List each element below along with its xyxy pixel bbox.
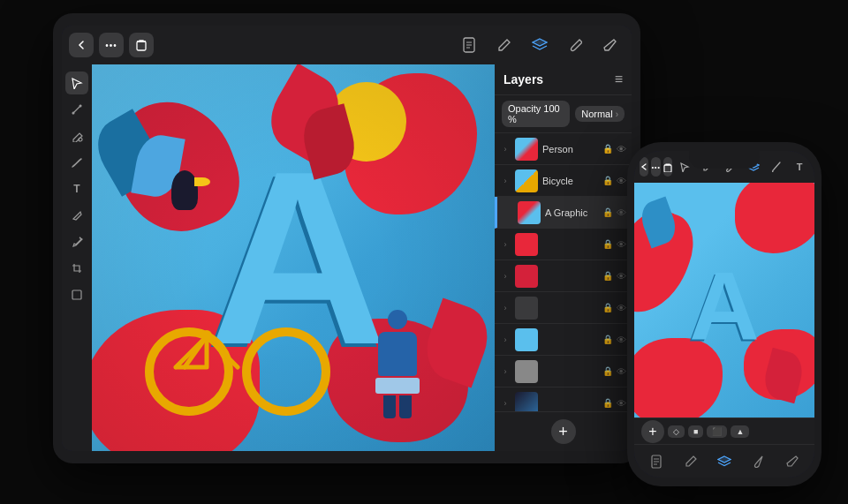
pen-tool[interactable] bbox=[65, 204, 88, 227]
iphone-bottom-eraser-icon[interactable] bbox=[781, 450, 804, 473]
art-leg-left bbox=[383, 395, 396, 418]
layers-panel-header: Layers ≡ bbox=[495, 64, 632, 95]
layer-lock-icon: 🔒 bbox=[602, 303, 613, 312]
ipad-topbar-right bbox=[455, 31, 625, 59]
left-toolbar: T bbox=[62, 64, 92, 451]
layer-item[interactable]: › 🔒 👁 bbox=[495, 292, 632, 324]
iphone-artwork-background: A bbox=[634, 183, 814, 417]
document-icon[interactable] bbox=[455, 31, 483, 59]
layer-item[interactable]: › Person 🔒 👁 bbox=[495, 133, 632, 165]
layer-item[interactable]: › 🔒 👁 bbox=[495, 260, 632, 292]
layer-thumb bbox=[515, 360, 538, 383]
art-person-laptop bbox=[375, 378, 420, 394]
svg-point-2 bbox=[80, 105, 82, 108]
add-layer-button[interactable]: + bbox=[551, 419, 576, 444]
layer-visible-icon[interactable]: 👁 bbox=[617, 303, 626, 313]
iphone-menu-button[interactable]: ••• bbox=[651, 157, 660, 177]
iphone-back-button[interactable] bbox=[640, 157, 648, 177]
layer-visible-icon[interactable]: 👁 bbox=[617, 176, 626, 186]
iphone-trash-button[interactable] bbox=[663, 157, 672, 177]
layer-expand-icon[interactable]: › bbox=[500, 398, 511, 409]
svg-rect-7 bbox=[664, 165, 671, 172]
layer-item[interactable]: › 🔒 👁 bbox=[495, 324, 632, 356]
eraser-icon[interactable] bbox=[596, 31, 625, 59]
layer-visible-icon[interactable]: 👁 bbox=[617, 366, 626, 377]
layer-visible-icon[interactable]: 👁 bbox=[617, 207, 626, 218]
layer-thumb bbox=[515, 233, 538, 256]
eyedropper-tool[interactable] bbox=[65, 230, 88, 253]
iphone-add-button[interactable]: + bbox=[641, 420, 664, 443]
menu-button[interactable]: ••• bbox=[99, 33, 124, 57]
text-tool[interactable]: T bbox=[65, 177, 88, 200]
layer-expand-icon[interactable] bbox=[503, 207, 513, 218]
layer-visible-icon[interactable]: 👁 bbox=[617, 239, 626, 250]
back-button[interactable] bbox=[69, 33, 94, 57]
layer-item[interactable]: › 🔒 👁 bbox=[495, 229, 632, 260]
transform-tool[interactable] bbox=[65, 98, 88, 121]
layer-item-active[interactable]: A Graphic 🔒 👁 bbox=[495, 197, 632, 229]
iphone-diamond-icon[interactable]: ◇ bbox=[668, 425, 685, 438]
layer-item[interactable]: › 🔒 👁 bbox=[495, 387, 632, 411]
layer-thumb bbox=[515, 138, 538, 161]
art-person bbox=[371, 310, 424, 398]
crop-tool[interactable] bbox=[65, 257, 88, 280]
layer-expand-icon[interactable]: › bbox=[500, 144, 511, 154]
artwork-canvas[interactable]: A bbox=[92, 64, 495, 451]
iphone-text-icon[interactable]: T bbox=[790, 157, 809, 177]
layer-lock-icon: 🔒 bbox=[602, 239, 613, 249]
layers-icon[interactable] bbox=[526, 31, 554, 59]
iphone-triangle-icon[interactable]: ▲ bbox=[731, 425, 749, 438]
layer-thumb bbox=[515, 328, 538, 351]
layer-thumb bbox=[518, 201, 541, 224]
iphone-canvas[interactable]: A bbox=[634, 183, 814, 417]
layer-expand-icon[interactable]: › bbox=[500, 303, 511, 313]
iphone-blacksq-icon[interactable]: ⬛ bbox=[707, 425, 727, 438]
layer-name: A Graphic bbox=[545, 207, 602, 218]
layer-lock-icon: 🔒 bbox=[602, 176, 613, 185]
svg-rect-0 bbox=[137, 41, 146, 50]
opacity-badge[interactable]: Opacity 100 % bbox=[502, 101, 570, 127]
layers-panel: Layers ≡ Opacity 100 % Normal › › bbox=[495, 64, 632, 451]
iphone-bottom-layers-icon[interactable] bbox=[713, 450, 736, 473]
ipad-screen: ••• bbox=[62, 26, 632, 451]
brush-icon[interactable] bbox=[561, 31, 589, 59]
select-tool[interactable] bbox=[65, 71, 88, 94]
layer-expand-icon[interactable]: › bbox=[500, 366, 511, 377]
layer-lock-icon: 🔒 bbox=[602, 271, 613, 281]
iphone-smudge-icon[interactable] bbox=[767, 157, 786, 177]
layer-expand-icon[interactable]: › bbox=[500, 176, 511, 186]
fill-tool[interactable] bbox=[65, 124, 88, 147]
iphone-bottom-brush-icon[interactable] bbox=[746, 450, 769, 473]
layer-visible-icon[interactable]: 👁 bbox=[617, 335, 626, 345]
iphone-square-icon[interactable]: ■ bbox=[688, 425, 703, 438]
art-person-legs bbox=[371, 395, 424, 418]
layer-lock-icon: 🔒 bbox=[602, 398, 613, 408]
panel-menu-icon[interactable]: ≡ bbox=[615, 71, 623, 87]
layer-visible-icon[interactable]: 👁 bbox=[617, 144, 626, 154]
layer-expand-icon[interactable]: › bbox=[500, 335, 511, 345]
iphone-notch bbox=[689, 151, 760, 169]
layer-visible-icon[interactable]: 👁 bbox=[617, 398, 626, 409]
layer-thumb bbox=[515, 265, 538, 288]
svg-point-3 bbox=[72, 112, 75, 115]
trash-button[interactable] bbox=[129, 33, 154, 57]
iphone-bottom-doc-icon[interactable] bbox=[645, 450, 668, 473]
iphone-bottom-pen-icon[interactable] bbox=[679, 450, 702, 473]
layer-lock-icon: 🔒 bbox=[602, 335, 613, 344]
smudge-tool[interactable] bbox=[65, 151, 88, 174]
layer-item[interactable]: › 🔒 👁 bbox=[495, 356, 632, 387]
blend-mode-badge[interactable]: Normal › bbox=[575, 106, 625, 122]
layer-visible-icon[interactable]: 👁 bbox=[617, 271, 626, 282]
ipad-topbar: ••• bbox=[62, 26, 632, 64]
layer-item[interactable]: › Bicycle 🔒 👁 bbox=[495, 165, 632, 197]
ipad-canvas-area: T bbox=[62, 64, 632, 451]
art-person-head bbox=[388, 310, 407, 329]
pen-icon[interactable] bbox=[490, 31, 519, 59]
iphone-mid-bar: + ◇ ■ ⬛ ▲ bbox=[634, 417, 814, 444]
layer-expand-icon[interactable]: › bbox=[500, 239, 511, 250]
iphone-screen: ••• bbox=[634, 151, 814, 478]
shape-tool[interactable] bbox=[65, 283, 88, 306]
layer-expand-icon[interactable]: › bbox=[500, 271, 511, 282]
bike-frame bbox=[158, 323, 273, 376]
layer-thumb bbox=[515, 392, 538, 412]
